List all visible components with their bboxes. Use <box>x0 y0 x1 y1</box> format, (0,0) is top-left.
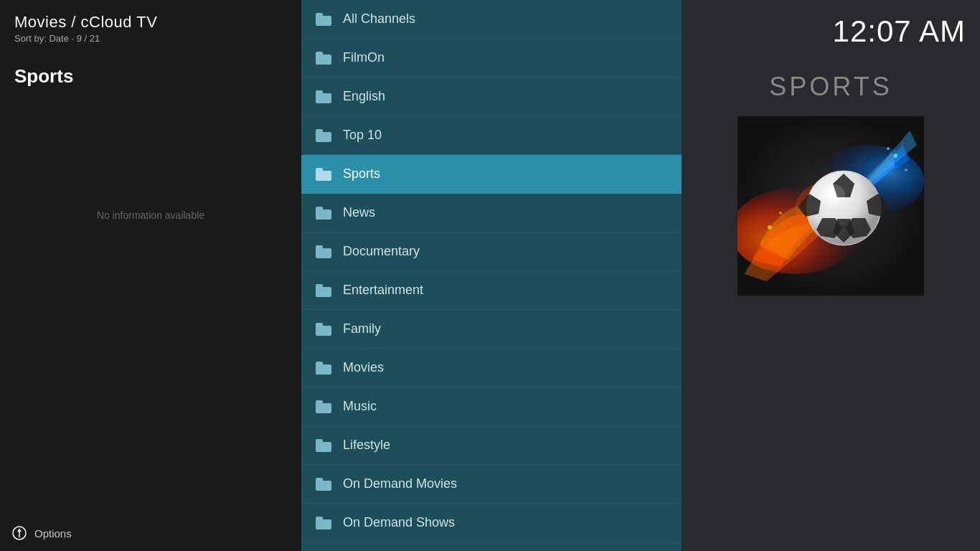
nav-item-label-english: English <box>343 89 385 104</box>
nav-item-label-all-channels: All Channels <box>343 11 415 27</box>
nav-item-on-demand-shows[interactable]: On Demand Shows <box>301 504 682 542</box>
nav-item-on-demand-movies[interactable]: On Demand Movies <box>301 465 682 504</box>
folder-icon-on-demand-movies <box>316 478 331 491</box>
folder-icon-news <box>316 207 331 220</box>
selected-category-label: Sports <box>0 51 301 95</box>
nav-item-label-sports: Sports <box>343 166 380 182</box>
nav-item-label-documentary: Documentary <box>343 244 420 259</box>
svg-point-9 <box>768 225 772 230</box>
folder-icon-documentary <box>316 245 331 258</box>
nav-item-documentary[interactable]: Documentary <box>301 232 682 271</box>
nav-item-sports[interactable]: Sports <box>301 155 682 194</box>
right-panel: 12:07 AM SPORTS <box>682 0 980 551</box>
nav-item-entertainment[interactable]: Entertainment <box>301 271 682 310</box>
app-header: Movies / cCloud TV Sort by: Date · 9 / 2… <box>0 0 301 51</box>
nav-item-label-family: Family <box>343 321 381 336</box>
svg-point-14 <box>887 147 890 150</box>
folder-icon-sports <box>316 168 331 181</box>
nav-item-label-music: Music <box>343 399 377 414</box>
nav-item-label-filmon: FilmOn <box>343 50 385 65</box>
svg-point-12 <box>893 154 897 158</box>
svg-point-11 <box>761 240 764 243</box>
folder-icon-entertainment <box>316 284 331 297</box>
sports-panel-label: SPORTS <box>769 72 892 102</box>
left-panel: Movies / cCloud TV Sort by: Date · 9 / 2… <box>0 0 301 551</box>
nav-item-music[interactable]: Music <box>301 387 682 426</box>
svg-point-8 <box>824 184 845 206</box>
nav-item-all-channels[interactable]: All Channels <box>301 0 682 39</box>
options-bar[interactable]: Options <box>0 515 301 551</box>
nav-item-lifestyle[interactable]: Lifestyle <box>301 426 682 465</box>
nav-item-family[interactable]: Family <box>301 310 682 349</box>
nav-item-label-lifestyle: Lifestyle <box>343 438 390 453</box>
folder-icon-all-channels <box>316 13 331 26</box>
nav-item-label-on-demand-movies: On Demand Movies <box>343 476 457 491</box>
svg-point-10 <box>779 212 782 215</box>
folder-icon-music <box>316 400 331 413</box>
svg-point-13 <box>905 169 908 171</box>
sports-image <box>738 116 924 296</box>
nav-item-label-entertainment: Entertainment <box>343 283 423 298</box>
folder-icon-family <box>316 323 331 336</box>
time-display: 12:07 AM <box>833 14 966 49</box>
nav-item-top-10[interactable]: Top 10 <box>301 116 682 155</box>
folder-icon-filmon <box>316 52 331 65</box>
sort-info: Sort by: Date · 9 / 21 <box>14 33 287 44</box>
nav-item-label-top-10: Top 10 <box>343 128 382 143</box>
nav-item-label-movies: Movies <box>343 360 384 375</box>
folder-icon-english <box>316 90 331 103</box>
nav-panel[interactable]: All ChannelsFilmOnEnglishTop 10SportsNew… <box>301 0 682 551</box>
folder-icon-on-demand-shows <box>316 517 331 529</box>
app-title: Movies / cCloud TV <box>14 13 287 32</box>
options-icon <box>11 525 27 541</box>
nav-item-news[interactable]: News <box>301 194 682 232</box>
nav-item-label-news: News <box>343 205 375 220</box>
nav-item-english[interactable]: English <box>301 77 682 116</box>
nav-item-filmon[interactable]: FilmOn <box>301 39 682 77</box>
folder-icon-top-10 <box>316 129 331 142</box>
nav-item-movies[interactable]: Movies <box>301 349 682 387</box>
folder-icon-movies <box>316 362 331 375</box>
options-label: Options <box>34 527 72 540</box>
folder-icon-lifestyle <box>316 439 331 452</box>
no-info-text: No information available <box>0 95 301 235</box>
nav-item-label-on-demand-shows: On Demand Shows <box>343 515 455 530</box>
